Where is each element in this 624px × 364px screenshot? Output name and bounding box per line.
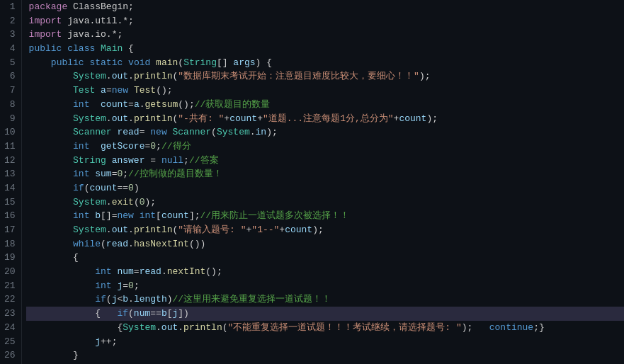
code-line-7: Test a=new Test(); [26,84,624,98]
code-line-25: j++; [26,335,624,349]
code-line-12: String answer = null;//答案 [26,154,624,168]
line-num-24: 24 [4,321,16,335]
line-num-21: 21 [4,279,16,293]
line-num-8: 8 [4,98,16,112]
code-line-9: System.out.println("-共有: "+count+"道题...注… [26,112,624,126]
code-line-22: if(j<b.length)//这里用来避免重复选择一道试题！！ [26,292,624,307]
code-line-3: import java.io.*; [26,28,624,42]
line-num-22: 22 [4,292,16,307]
line-num-16: 16 [4,209,16,223]
line-num-20: 20 [4,265,16,279]
code-line-5: public static void main(String[] args) { [26,56,624,70]
line-num-25: 25 [4,335,16,349]
code-line-14: if(count==0) [26,181,624,195]
code-line-23: { if(num==b[j]) [26,307,624,321]
line-num-9: 9 [4,112,16,126]
code-line-19: { [26,251,624,265]
code-line-26: } [26,348,624,363]
line-num-15: 15 [4,195,16,210]
line-num-17: 17 [4,223,16,237]
code-lines[interactable]: package ClassBegin; import java.util.*; … [22,0,624,364]
code-line-24: {System.out.println("不能重复选择一道试题！！！考试继续，请… [26,321,624,335]
line-num-14: 14 [4,181,16,195]
line-num-7: 7 [4,84,16,98]
code-line-13: int sum=0;//控制做的题目数量！ [26,167,624,181]
code-line-1: package ClassBegin; [26,0,624,14]
code-line-15: System.exit(0); [26,195,624,210]
code-line-10: Scanner read= new Scanner(System.in); [26,125,624,140]
code-line-4: public class Main { [26,42,624,56]
line-num-26: 26 [4,348,16,363]
code-line-16: int b[]=new int[count];//用来防止一道试题多次被选择！！ [26,209,624,223]
line-num-19: 19 [4,251,16,265]
line-num-12: 12 [4,154,16,168]
code-line-6: System.out.println("数据库期末考试开始：注意题目难度比较大，… [26,69,624,84]
code-line-21: int j=0; [26,279,624,293]
line-num-3: 3 [4,28,16,42]
line-num-5: 5 [4,56,16,70]
line-numbers: 1 2 3 4 5 6 7 8 9 10 11 12 13 14 15 16 1… [0,0,22,364]
code-line-17: System.out.println("请输入题号: "+"1--"+count… [26,223,624,237]
line-num-4: 4 [4,42,16,56]
code-editor: 1 2 3 4 5 6 7 8 9 10 11 12 13 14 15 16 1… [0,0,624,364]
line-num-13: 13 [4,167,16,181]
code-line-18: while(read.hasNextInt()) [26,237,624,251]
line-num-11: 11 [4,140,16,154]
line-num-18: 18 [4,237,16,251]
code-line-11: int getScore=0;//得分 [26,140,624,154]
code-line-20: int num=read.nextInt(); [26,265,624,279]
code-line-8: int count=a.getsum();//获取题目的数量 [26,98,624,112]
line-num-23: 23 [4,307,16,321]
line-num-10: 10 [4,125,16,140]
line-num-2: 2 [4,14,16,28]
line-num-1: 1 [4,0,16,14]
code-content: 1 2 3 4 5 6 7 8 9 10 11 12 13 14 15 16 1… [0,0,624,364]
line-num-6: 6 [4,69,16,84]
code-line-2: import java.util.*; [26,14,624,28]
